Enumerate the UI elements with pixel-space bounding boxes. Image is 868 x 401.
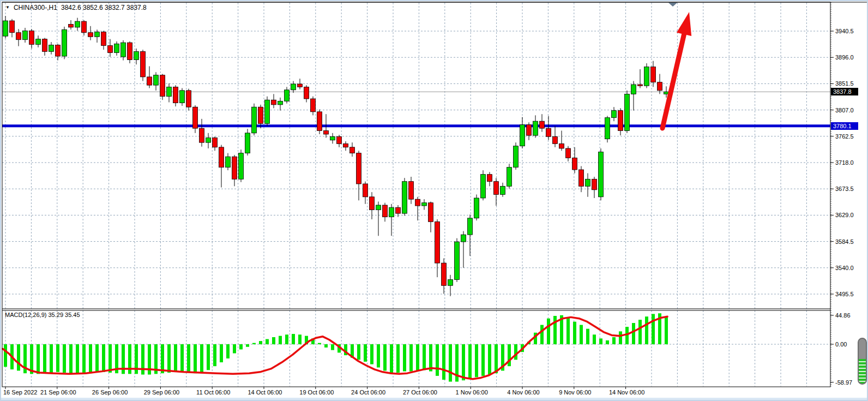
macd-indicator-label: MACD(12,26,9) 35.29 35.45 xyxy=(5,312,80,318)
time-tick-label: 29 Sep 06:00 xyxy=(144,388,179,396)
time-tick-label: 14 Oct 06:00 xyxy=(248,388,282,396)
macd-histogram-bar xyxy=(89,344,92,373)
candle-bear xyxy=(429,203,433,222)
trend-arrow-shaft[interactable] xyxy=(662,29,685,128)
macd-histogram-bar xyxy=(625,327,629,344)
macd-histogram-bar xyxy=(43,344,46,373)
macd-tick-label: 0.00 xyxy=(835,340,847,348)
candle-bear xyxy=(572,158,577,170)
candle-bull xyxy=(612,111,617,118)
symbol-bar: ▼ CHINA300-,H1 3842.6 3852.6 3832.7 3837… xyxy=(5,4,147,11)
macd-histogram-bar xyxy=(252,343,256,344)
candle-bear xyxy=(311,99,316,112)
candle-bull xyxy=(468,218,473,235)
macd-histogram-bar xyxy=(423,344,426,370)
time-tick-label: 27 Oct 06:00 xyxy=(403,388,437,396)
candle-bear xyxy=(553,136,558,143)
candle-bear xyxy=(658,82,662,91)
macd-histogram-bar xyxy=(76,344,79,374)
candle-bear xyxy=(128,43,132,59)
candle-bear xyxy=(258,107,263,123)
macd-histogram-bar xyxy=(200,344,203,373)
time-axis[interactable]: 16 Sep 202221 Sep 06:0026 Sep 06:0029 Se… xyxy=(2,387,830,398)
macd-histogram-bar xyxy=(180,344,184,372)
candle-bull xyxy=(245,133,250,153)
candle-bear xyxy=(69,25,74,27)
macd-histogram-bar xyxy=(377,344,380,368)
candle-bull xyxy=(448,279,453,285)
macd-histogram-bar xyxy=(436,344,439,376)
chart-shift-marker-icon[interactable] xyxy=(668,3,677,7)
symbol-dropdown-icon[interactable]: ▼ xyxy=(5,5,10,10)
trend-arrow-head[interactable] xyxy=(677,12,691,36)
macd-histogram-bar xyxy=(593,334,596,344)
macd-histogram-bar xyxy=(357,344,360,360)
macd-histogram-bar xyxy=(285,334,288,344)
candle-bull xyxy=(605,118,610,139)
candle-bear xyxy=(108,46,113,53)
macd-histogram-bar xyxy=(547,319,550,344)
macd-histogram-bar xyxy=(619,331,622,344)
chart-canvas[interactable] xyxy=(1,1,868,401)
price-axis[interactable]: 3940.53896.03851.53807.03762.53718.03673… xyxy=(830,2,868,387)
price-tick-label: 3762.5 xyxy=(835,133,854,140)
macd-histogram-bar xyxy=(638,320,642,344)
time-tick-label: 11 Oct 06:00 xyxy=(196,388,230,396)
candle-bull xyxy=(75,21,80,27)
candle-bear xyxy=(592,179,597,189)
candle-bull xyxy=(599,152,604,197)
candle-bull xyxy=(402,182,407,213)
candle-bear xyxy=(409,182,414,199)
candle-bear xyxy=(186,91,191,107)
last-price-badge: 3837.8 xyxy=(831,88,858,95)
price-tick-label: 3896.0 xyxy=(835,53,854,61)
candle-bear xyxy=(350,147,355,153)
price-tick-label: 3673.5 xyxy=(835,185,854,193)
candle-bull xyxy=(62,29,67,56)
macd-histogram-bar xyxy=(364,344,367,362)
candle-bull xyxy=(514,146,519,167)
candle-bear xyxy=(442,263,447,285)
macd-histogram-bar xyxy=(573,322,576,344)
candle-bear xyxy=(173,87,178,103)
candle-bear xyxy=(546,128,551,136)
candle-bear xyxy=(527,125,532,135)
macd-histogram-bar xyxy=(566,318,570,344)
scrollbar-thumb[interactable] xyxy=(858,338,867,385)
price-tick-label: 3629.0 xyxy=(835,211,854,219)
candle-bull xyxy=(167,87,172,96)
candle-bull xyxy=(625,94,630,130)
candle-bear xyxy=(618,111,623,131)
macd-histogram-bar xyxy=(331,344,334,350)
macd-histogram-bar xyxy=(69,344,73,373)
chart-window: ▼ CHINA300-,H1 3842.6 3852.6 3832.7 3837… xyxy=(0,0,868,401)
macd-histogram-bar xyxy=(481,344,485,376)
macd-histogram-bar xyxy=(266,339,269,344)
macd-histogram-bar xyxy=(213,344,216,366)
price-tick-label: 3540.0 xyxy=(835,264,854,272)
candle-bull xyxy=(376,205,381,210)
time-tick-label: 16 Sep 2022 xyxy=(3,388,37,396)
candle-bull xyxy=(330,136,335,140)
candle-bear xyxy=(651,67,656,82)
price-tick-label: 3584.5 xyxy=(835,238,854,246)
macd-histogram-bar xyxy=(488,344,491,375)
macd-histogram-bar xyxy=(220,344,223,362)
macd-histogram-bar xyxy=(599,338,602,344)
candle-bear xyxy=(10,21,15,33)
candle-bear xyxy=(141,51,146,77)
candle-bull xyxy=(501,186,505,194)
symbol-ohlc-values: 3842.6 3852.6 3832.7 3837.8 xyxy=(61,4,147,11)
candle-bear xyxy=(56,45,61,56)
candle-bear xyxy=(88,33,93,37)
macd-histogram-bar xyxy=(82,344,86,374)
candle-bull xyxy=(252,107,257,133)
macd-histogram-bar xyxy=(56,344,59,372)
candle-bull xyxy=(507,167,512,187)
candle-bull xyxy=(278,101,283,104)
macd-histogram-bar xyxy=(4,344,7,367)
candle-bull xyxy=(206,138,211,143)
candle-bear xyxy=(82,21,87,33)
candle-bull xyxy=(23,31,28,39)
price-tick-label: 3807.0 xyxy=(835,106,854,114)
